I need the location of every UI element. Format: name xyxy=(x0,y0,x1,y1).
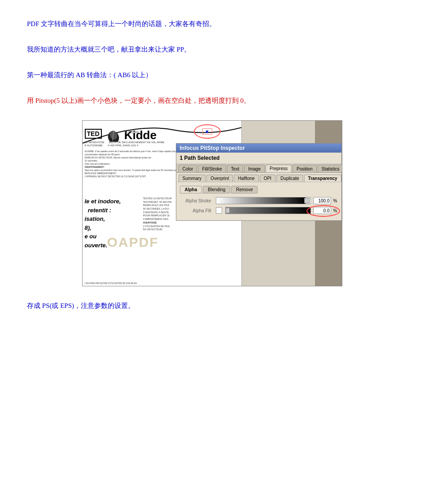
subtitle-row-2: E AUTONOME. A 400 PPM, DANS LES 4 xyxy=(85,144,139,147)
paragraph-2-text: 我所知道的方法大概就三个吧，献丑拿出来让大家 PP。 xyxy=(27,46,191,53)
tab-position[interactable]: Position xyxy=(293,165,317,172)
inspector-titlebar: Infocus PitStop Inspector xyxy=(176,144,341,153)
selection-oval xyxy=(194,124,221,139)
alpha-fill-label: Alpha Fill xyxy=(180,208,214,213)
subtab-transparency[interactable]: Transparency xyxy=(304,175,341,182)
screenshot-container: Kidde TED B-151646 2E MONOXYDE DELAI DE … xyxy=(82,120,342,286)
selection-dot xyxy=(206,131,208,133)
paragraph-4-text: 用 Pitstop(5 以上)画一个小色块，一定要小，画在空白处，把透明度打到 … xyxy=(27,97,250,104)
alpha-stroke-slider[interactable] xyxy=(216,197,311,204)
tab-fillstroke[interactable]: Fill/Stroke xyxy=(198,165,226,172)
alpha-fill-slider[interactable] xyxy=(225,207,311,214)
subtab-halftone[interactable]: Halftone xyxy=(234,175,258,182)
inspector-sub-tabs: Summary Overprint Halftone OPI Duplicate… xyxy=(176,173,341,182)
alpha-tab-alpha[interactable]: Alpha xyxy=(180,186,202,193)
paragraph-3: 第一种最流行的 AB 转曲法：( AB6 以上） xyxy=(27,69,397,81)
alpha-fill-input[interactable] xyxy=(313,207,331,214)
paragraph-1: PDF 文字转曲在当今可算得上一个时尚的话题，大家各有奇招。 xyxy=(27,18,397,30)
oapdf-watermark: OAPDF xyxy=(107,235,159,250)
subtitle-3: DELAI DE DECLENCHEMENT DE VAL ARME xyxy=(109,141,165,144)
alpha-tab-remove[interactable]: Remove xyxy=(231,186,258,193)
selection-indicator xyxy=(194,124,221,139)
alpha-stroke-input[interactable] xyxy=(313,197,331,204)
alpha-tabs: Alpha Blending Remove xyxy=(180,186,338,193)
alpha-tab-blending[interactable]: Blending xyxy=(203,186,230,193)
paragraph-1-text: PDF 文字转曲在当今可算得上一个时尚的话题，大家各有奇招。 xyxy=(27,20,216,27)
paragraph-2: 我所知道的方法大概就三个吧，献丑拿出来让大家 PP。 xyxy=(27,44,397,56)
inspector-title: Infocus PitStop Inspector xyxy=(180,145,245,151)
bottom-paragraph-text: 存成 PS(或 EPS)，注意参数的设置。 xyxy=(27,302,135,309)
ted-badge: TED xyxy=(85,129,102,139)
inspector-main-tabs: Color Fill/Stroke Text Image Prepress Po… xyxy=(176,164,341,173)
tab-color[interactable]: Color xyxy=(179,165,197,172)
tab-text[interactable]: Text xyxy=(227,165,243,172)
doc-bottom-text: L'ON PARA PAR NOTRE D'UTILISATION DE SON… xyxy=(85,282,239,285)
doc-id-label: B-151646 xyxy=(125,131,139,134)
inspector-panel: Infocus PitStop Inspector 1 Path Selecte… xyxy=(176,143,342,221)
kidde-logo-text: Kidde xyxy=(107,127,157,142)
subtitle-4: A 400 PPM, DANS LES 4 xyxy=(108,144,138,147)
alpha-stroke-row: Alpha Stroke % xyxy=(180,197,338,204)
subtitle-row: 2E MONOXYDE DELAI DE DECLENCHEMENT DE VA… xyxy=(85,141,165,144)
alpha-fill-row: Alpha Fill % xyxy=(180,207,338,214)
subtab-summary[interactable]: Summary xyxy=(179,175,206,182)
paragraph-4: 用 Pitstop(5 以上)画一个小色块，一定要小，画在空白处，把透明度打到 … xyxy=(27,95,397,107)
tab-statistics[interactable]: Statistics xyxy=(318,165,342,172)
paragraph-3-text: 第一种最流行的 AB 转曲法：( AB6 以上） xyxy=(27,71,152,79)
alpha-fill-percent: % xyxy=(333,208,338,213)
inspector-header: 1 Path Selected xyxy=(176,153,341,164)
alpha-fill-swatch xyxy=(216,207,222,214)
inspector-path-count: 1 Path Selected xyxy=(180,155,220,161)
subtitle-2: E AUTONOME. xyxy=(85,144,104,147)
bottom-paragraph: 存成 PS(或 EPS)，注意参数的设置。 xyxy=(27,300,397,312)
selection-rect xyxy=(202,128,212,135)
subtab-opi[interactable]: OPI xyxy=(260,175,275,182)
subtitle-1: 2E MONOXYDE xyxy=(85,141,105,144)
alpha-stroke-label: Alpha Stroke xyxy=(180,198,214,203)
subtab-duplicate[interactable]: Duplicate xyxy=(276,175,303,182)
kidde-leaf-icon xyxy=(107,128,120,142)
alpha-stroke-percent: % xyxy=(333,198,338,203)
tab-image[interactable]: Image xyxy=(244,165,265,172)
tab-prepress[interactable]: Prepress xyxy=(266,165,292,172)
inspector-panel-content: Alpha Blending Remove Alpha Stroke % Alp… xyxy=(176,182,341,220)
subtab-overprint[interactable]: Overprint xyxy=(206,175,233,182)
